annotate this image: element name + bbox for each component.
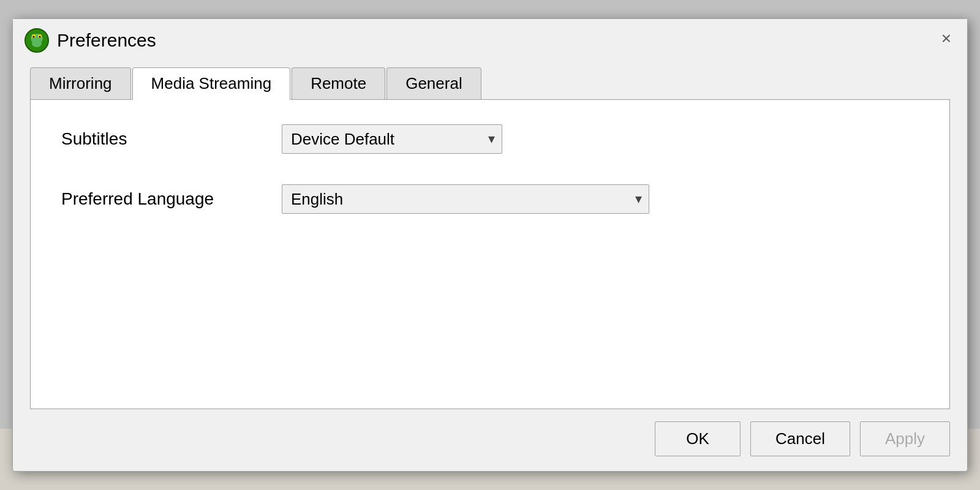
tab-mirroring[interactable]: Mirroring (30, 67, 131, 100)
tab-general[interactable]: General (386, 67, 481, 100)
ok-button[interactable]: OK (655, 421, 741, 456)
language-select-wrapper: English Spanish French German Chinese Ja… (282, 184, 649, 214)
app-icon (24, 28, 50, 53)
svg-point-6 (39, 36, 41, 38)
cancel-button[interactable]: Cancel (750, 421, 850, 456)
tab-remote[interactable]: Remote (292, 67, 385, 100)
content-panel: Subtitles Device Default On Off Preferre… (30, 99, 950, 409)
language-select[interactable]: English Spanish French German Chinese Ja… (282, 184, 649, 214)
subtitles-select[interactable]: Device Default On Off (282, 124, 502, 154)
tabs-container: Mirroring Media Streaming Remote General (13, 67, 967, 99)
preferences-dialog: Preferences × Mirroring Media Streaming … (12, 18, 968, 472)
preferred-language-label: Preferred Language (61, 189, 257, 209)
title-bar: Preferences × (13, 19, 967, 61)
footer: OK Cancel Apply (13, 409, 967, 471)
subtitles-select-wrapper: Device Default On Off (282, 124, 502, 154)
dialog-overlay: Preferences × Mirroring Media Streaming … (0, 0, 980, 490)
preferred-language-row: Preferred Language English Spanish Frenc… (61, 184, 919, 214)
tab-media-streaming[interactable]: Media Streaming (132, 67, 291, 100)
subtitles-label: Subtitles (61, 129, 257, 149)
svg-point-2 (32, 40, 42, 47)
apply-button[interactable]: Apply (860, 421, 950, 456)
subtitles-row: Subtitles Device Default On Off (61, 124, 919, 154)
svg-point-5 (33, 36, 35, 38)
close-button[interactable]: × (937, 28, 956, 50)
dialog-title: Preferences (57, 30, 956, 51)
